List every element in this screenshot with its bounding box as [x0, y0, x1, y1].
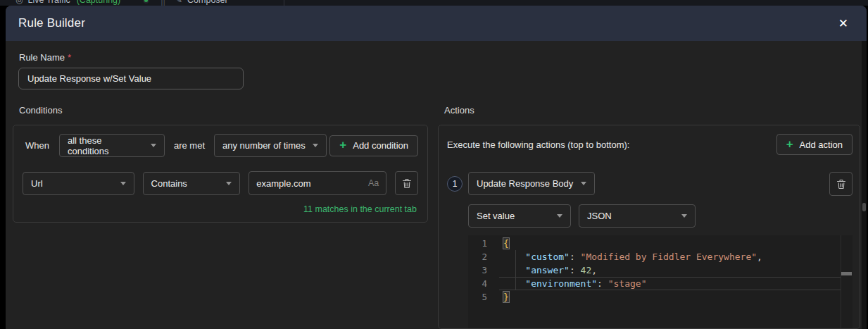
chevron-down-icon [120, 182, 126, 185]
code-line-text: } [499, 290, 841, 304]
line-number: 1 [468, 237, 499, 250]
condition-value-field[interactable]: Aa [249, 171, 386, 195]
chevron-down-icon [557, 214, 562, 218]
tab-live-traffic[interactable]: ◎ Live Traffic (Capturing) [15, 0, 120, 5]
code-token-brace: { [503, 238, 509, 249]
line-number: 5 [468, 290, 499, 304]
required-marker: * [68, 52, 71, 63]
code-line-text: "custom": "Modified by Fiddler Everywher… [499, 250, 841, 263]
composer-icon: ✎ [175, 0, 182, 5]
chevron-down-icon [681, 214, 687, 218]
add-condition-button[interactable]: + Add condition [329, 135, 418, 156]
delete-action-button[interactable] [829, 172, 853, 196]
code-token-punct: : [597, 278, 608, 289]
code-token-key: "environment" [525, 278, 597, 289]
close-icon[interactable]: ✕ [838, 18, 848, 30]
add-action-button[interactable]: + Add action [776, 134, 853, 155]
condition-operator-value: Contains [151, 178, 187, 189]
plus-icon: + [339, 139, 346, 151]
condition-field-value: Url [31, 178, 43, 189]
modal-body: Rule Name* Conditions When all these con… [6, 41, 867, 329]
plus-icon: + [786, 138, 793, 150]
code-token-string: "stage" [608, 278, 647, 289]
action-type-dropdown[interactable]: Update Response Body [468, 172, 595, 195]
delete-condition-button[interactable] [395, 171, 418, 195]
trash-icon [836, 179, 846, 190]
composer-label: Composer [187, 0, 228, 5]
action-index-badge: 1 [447, 176, 463, 192]
code-line-text: { [499, 237, 841, 250]
code-token-punct: , [591, 265, 597, 275]
code-lines: 1{2 "custom": "Modified by Fiddler Every… [468, 235, 853, 304]
condition-field-dropdown[interactable]: Url [23, 172, 134, 195]
action-row: 1 Update Response Body [447, 172, 853, 196]
code-token-number: 42 [581, 265, 592, 275]
modal-title: Rule Builder [18, 16, 85, 30]
line-number: 2 [468, 250, 499, 263]
match-count-info: 11 matches in the current tab [23, 204, 417, 214]
indent-guide [515, 250, 516, 290]
code-token-ws [503, 265, 525, 275]
code-line-text: "environment": "stage" [499, 277, 841, 290]
actions-section-label: Actions [444, 105, 860, 116]
code-line[interactable]: 1{ [468, 237, 853, 250]
action-mode-dropdown[interactable]: Set value [468, 204, 571, 228]
trash-icon [402, 178, 412, 189]
modal-scrollbar-thumb[interactable] [862, 203, 866, 211]
chevron-down-icon [151, 144, 156, 147]
code-token-ws [503, 278, 525, 289]
action-format-dropdown[interactable]: JSON [579, 204, 696, 228]
match-type-value: all these conditions [68, 135, 144, 156]
live-traffic-label: Live Traffic [27, 0, 70, 5]
condition-value-input[interactable] [256, 178, 364, 189]
chevron-down-icon [581, 182, 586, 185]
tab-composer[interactable]: ✎ Composer [175, 0, 228, 5]
code-token-punct: : [570, 252, 581, 262]
rule-name-label: Rule Name* [19, 52, 860, 63]
line-number: 3 [468, 263, 499, 277]
code-token-punct: : [570, 265, 581, 275]
modal-header: Rule Builder ✕ [6, 6, 867, 41]
code-token-brace: } [503, 292, 509, 302]
code-line-text: "answer": 42, [499, 263, 841, 277]
code-line[interactable]: 3 "answer": 42, [468, 263, 853, 277]
rule-name-label-text: Rule Name [19, 52, 65, 63]
code-token-key: "answer" [525, 265, 570, 275]
code-line[interactable]: 5} [468, 290, 853, 304]
chevron-down-icon [226, 182, 232, 185]
frequency-dropdown[interactable]: any number of times [214, 134, 327, 157]
add-action-label: Add action [800, 139, 843, 150]
conditions-section-label: Conditions [19, 105, 428, 116]
tab-separator: || [161, 0, 165, 6]
rule-name-input[interactable] [18, 68, 244, 89]
editor-scrollbar[interactable] [841, 235, 853, 329]
rule-builder-modal: Rule Builder ✕ Rule Name* Conditions Whe… [6, 6, 867, 329]
action-mode-value: Set value [477, 211, 515, 221]
add-condition-label: Add condition [353, 140, 408, 151]
capture-indicator-dot [143, 0, 149, 4]
when-label: When [25, 140, 49, 151]
code-line[interactable]: 2 "custom": "Modified by Fiddler Everywh… [468, 250, 853, 263]
code-token-string: "Modified by Fiddler Everywhere" [581, 252, 757, 262]
match-type-dropdown[interactable]: all these conditions [59, 134, 165, 157]
conditions-when-row: When all these conditions are met any nu… [23, 134, 418, 157]
capturing-status: (Capturing) [77, 0, 121, 5]
action-format-value: JSON [587, 211, 612, 221]
code-line[interactable]: 4 "environment": "stage" [468, 277, 853, 290]
background-tab-bar: ◎ Live Traffic (Capturing) || ✎ Composer [0, 0, 868, 6]
condition-operator-dropdown[interactable]: Contains [143, 172, 241, 195]
are-met-label: are met [174, 140, 205, 151]
tab-edge-divider [284, 0, 284, 6]
editor-cursor-marker [841, 272, 852, 275]
conditions-panel: When all these conditions are met any nu… [13, 125, 428, 223]
line-number: 4 [468, 277, 499, 290]
code-token-ws [503, 252, 525, 262]
modal-scrollbar[interactable] [862, 41, 867, 329]
action-sub-row: Set value JSON [468, 204, 853, 228]
code-token-key: "custom" [525, 252, 570, 262]
code-token-punct: , [757, 252, 762, 262]
target-icon: ◎ [15, 0, 23, 5]
chevron-down-icon [313, 144, 318, 147]
case-sensitive-toggle[interactable]: Aa [368, 178, 379, 188]
code-editor[interactable]: 1{2 "custom": "Modified by Fiddler Every… [468, 235, 853, 329]
